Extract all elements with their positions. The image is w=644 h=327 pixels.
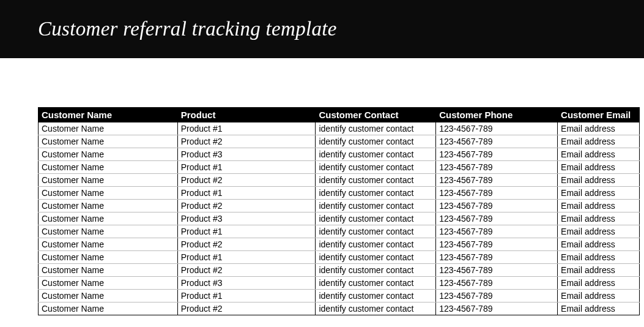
table-row: Customer NameProduct #1identify customer… [39, 225, 640, 238]
cell-product: Product #2 [177, 174, 316, 187]
cell-email: Email address [558, 148, 640, 161]
cell-phone: 123-4567-789 [436, 174, 558, 187]
cell-email: Email address [558, 200, 640, 212]
cell-product: Product #1 [177, 225, 316, 238]
table-row: Customer NameProduct #3identify customer… [39, 148, 640, 161]
cell-email: Email address [558, 303, 640, 315]
table-row: Customer NameProduct #1identify customer… [39, 187, 640, 200]
cell-contact: identify customer contact [316, 238, 436, 251]
cell-phone: 123-4567-789 [436, 251, 558, 264]
table-row: Customer NameProduct #2identify customer… [39, 135, 640, 148]
cell-email: Email address [558, 187, 640, 200]
cell-email: Email address [558, 135, 640, 148]
col-header-contact: Customer Contact [316, 108, 436, 122]
cell-name: Customer Name [39, 277, 178, 290]
cell-product: Product #3 [177, 148, 316, 161]
cell-phone: 123-4567-789 [436, 212, 558, 225]
table-header-row: Customer Name Product Customer Contact C… [39, 108, 640, 122]
cell-phone: 123-4567-789 [436, 290, 558, 303]
cell-contact: identify customer contact [316, 122, 436, 135]
col-header-phone: Customer Phone [436, 108, 558, 122]
table-row: Customer NameProduct #2identify customer… [39, 200, 640, 212]
cell-email: Email address [558, 212, 640, 225]
cell-phone: 123-4567-789 [436, 187, 558, 200]
cell-name: Customer Name [39, 303, 178, 315]
header-banner: Customer referral tracking template [0, 0, 644, 58]
cell-contact: identify customer contact [316, 148, 436, 161]
cell-phone: 123-4567-789 [436, 122, 558, 135]
cell-contact: identify customer contact [316, 135, 436, 148]
cell-name: Customer Name [39, 225, 178, 238]
cell-name: Customer Name [39, 161, 178, 174]
cell-product: Product #3 [177, 277, 316, 290]
cell-contact: identify customer contact [316, 212, 436, 225]
table-row: Customer NameProduct #2identify customer… [39, 264, 640, 277]
cell-email: Email address [558, 290, 640, 303]
referral-table: Customer Name Product Customer Contact C… [38, 107, 640, 315]
cell-product: Product #1 [177, 187, 316, 200]
cell-phone: 123-4567-789 [436, 148, 558, 161]
cell-phone: 123-4567-789 [436, 135, 558, 148]
cell-email: Email address [558, 225, 640, 238]
cell-product: Product #1 [177, 161, 316, 174]
cell-phone: 123-4567-789 [436, 161, 558, 174]
page-title: Customer referral tracking template [38, 18, 337, 40]
table-container: Customer Name Product Customer Contact C… [0, 58, 644, 315]
cell-phone: 123-4567-789 [436, 303, 558, 315]
cell-contact: identify customer contact [316, 200, 436, 212]
table-row: Customer NameProduct #2identify customer… [39, 303, 640, 315]
cell-email: Email address [558, 264, 640, 277]
col-header-product: Product [177, 108, 316, 122]
cell-contact: identify customer contact [316, 264, 436, 277]
table-row: Customer NameProduct #3identify customer… [39, 277, 640, 290]
table-row: Customer NameProduct #1identify customer… [39, 251, 640, 264]
cell-email: Email address [558, 161, 640, 174]
cell-name: Customer Name [39, 148, 178, 161]
cell-phone: 123-4567-789 [436, 200, 558, 212]
cell-product: Product #2 [177, 264, 316, 277]
cell-name: Customer Name [39, 200, 178, 212]
cell-contact: identify customer contact [316, 251, 436, 264]
cell-name: Customer Name [39, 122, 178, 135]
cell-phone: 123-4567-789 [436, 264, 558, 277]
cell-email: Email address [558, 251, 640, 264]
table-row: Customer NameProduct #2identify customer… [39, 238, 640, 251]
cell-phone: 123-4567-789 [436, 225, 558, 238]
cell-product: Product #2 [177, 135, 316, 148]
cell-contact: identify customer contact [316, 174, 436, 187]
cell-contact: identify customer contact [316, 225, 436, 238]
cell-phone: 123-4567-789 [436, 277, 558, 290]
cell-contact: identify customer contact [316, 161, 436, 174]
table-row: Customer NameProduct #2identify customer… [39, 174, 640, 187]
cell-product: Product #1 [177, 251, 316, 264]
cell-product: Product #1 [177, 122, 316, 135]
col-header-name: Customer Name [39, 108, 178, 122]
cell-product: Product #2 [177, 200, 316, 212]
cell-name: Customer Name [39, 290, 178, 303]
cell-name: Customer Name [39, 187, 178, 200]
table-row: Customer NameProduct #3identify customer… [39, 212, 640, 225]
cell-name: Customer Name [39, 251, 178, 264]
cell-name: Customer Name [39, 238, 178, 251]
cell-contact: identify customer contact [316, 303, 436, 315]
cell-contact: identify customer contact [316, 290, 436, 303]
col-header-email: Customer Email [558, 108, 640, 122]
cell-contact: identify customer contact [316, 277, 436, 290]
table-row: Customer NameProduct #1identify customer… [39, 290, 640, 303]
cell-name: Customer Name [39, 174, 178, 187]
cell-product: Product #3 [177, 212, 316, 225]
cell-product: Product #2 [177, 303, 316, 315]
cell-email: Email address [558, 122, 640, 135]
table-row: Customer NameProduct #1identify customer… [39, 161, 640, 174]
cell-email: Email address [558, 238, 640, 251]
cell-product: Product #1 [177, 290, 316, 303]
cell-email: Email address [558, 174, 640, 187]
cell-phone: 123-4567-789 [436, 238, 558, 251]
table-row: Customer NameProduct #1identify customer… [39, 122, 640, 135]
cell-contact: identify customer contact [316, 187, 436, 200]
cell-name: Customer Name [39, 264, 178, 277]
cell-email: Email address [558, 277, 640, 290]
cell-product: Product #2 [177, 238, 316, 251]
cell-name: Customer Name [39, 135, 178, 148]
cell-name: Customer Name [39, 212, 178, 225]
